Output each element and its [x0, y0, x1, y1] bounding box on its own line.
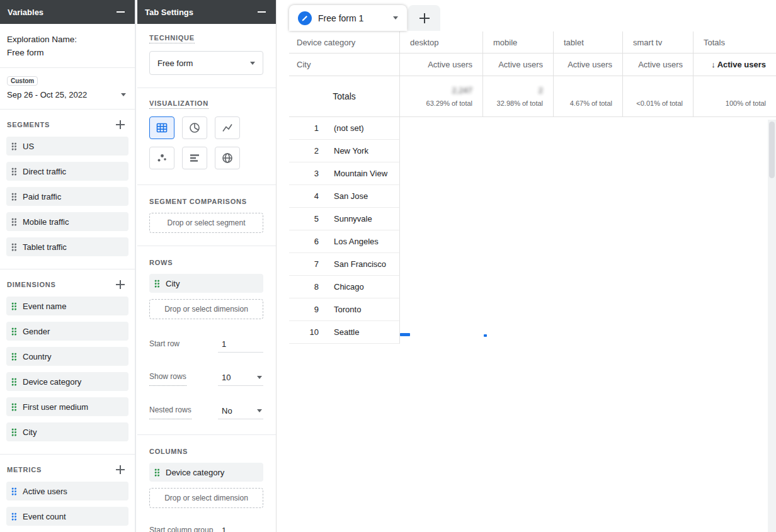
drag-handle-icon[interactable] [11, 243, 17, 251]
viz-option-donut[interactable] [182, 116, 207, 139]
row-label-cell[interactable]: 7 San Francisco [289, 253, 400, 276]
drag-handle-icon[interactable] [154, 468, 160, 477]
row-label-cell[interactable]: 10 Seattle [289, 321, 400, 344]
row-city: Toronto [334, 305, 361, 314]
segment-drop-zone[interactable]: Drop or select segment [149, 213, 263, 233]
viz-option-scatter[interactable] [149, 147, 174, 169]
metric-header[interactable]: Active users [554, 54, 623, 76]
visualization-section: VISUALIZATION [137, 88, 276, 185]
dimension-chip[interactable]: First user medium [6, 397, 128, 416]
drag-handle-icon[interactable] [11, 327, 17, 336]
metric-chip-label: Event count [23, 512, 66, 521]
row-label-cell[interactable]: 8 Chicago [289, 276, 400, 298]
viz-option-line[interactable] [215, 116, 240, 139]
add-segment-icon[interactable] [116, 120, 125, 129]
technique-select[interactable]: Free form [149, 51, 263, 75]
scrollbar-thumb[interactable] [769, 122, 775, 178]
add-metric-icon[interactable] [116, 465, 125, 474]
row-city: New York [334, 146, 368, 156]
row-label-cell[interactable]: 6 Los Angeles [289, 230, 400, 253]
row-label-cell[interactable]: 2 New York [289, 140, 400, 162]
variables-panel-title: Variables [8, 8, 43, 17]
row-label-cell[interactable]: 1 (not set) [289, 117, 400, 140]
exploration-name-block: Exploration Name: Free form [0, 24, 135, 68]
drag-handle-icon[interactable] [11, 142, 17, 150]
date-range-selector[interactable]: Sep 26 - Oct 25, 2022 [7, 90, 126, 99]
vertical-scrollbar[interactable] [768, 120, 776, 532]
sort-descending-icon: ↓ [711, 60, 716, 69]
bar-chart-icon [188, 152, 201, 164]
tab-free-form-1[interactable]: Free form 1 [289, 5, 407, 31]
segment-chip[interactable]: Mobile traffic [6, 212, 128, 231]
metric-header-sorted[interactable]: ↓ Active users [693, 54, 776, 76]
minimize-icon[interactable] [117, 11, 125, 13]
dimension-chip-label: First user medium [23, 402, 88, 412]
nested-rows-select[interactable]: No [218, 404, 263, 419]
drag-handle-icon[interactable] [11, 167, 17, 176]
segment-chip-label: Paid traffic [23, 192, 61, 201]
viz-option-bar[interactable] [182, 147, 207, 169]
dimension-chip[interactable]: Event name [6, 297, 128, 315]
row-label-cell[interactable]: 9 Toronto [289, 298, 400, 321]
columns-dimension-chip[interactable]: Device category [149, 463, 263, 482]
row-label-cell[interactable]: 4 San Jose [289, 185, 400, 208]
dimension-chip[interactable]: City [6, 422, 128, 441]
viz-option-table[interactable] [149, 116, 174, 139]
technique-section: TECHNIQUE Free form [137, 24, 276, 88]
show-rows-select[interactable]: 10 [218, 370, 263, 386]
segments-label: SEGMENTS [7, 121, 50, 128]
drag-handle-icon[interactable] [11, 302, 17, 310]
dimension-chip[interactable]: Gender [6, 322, 128, 341]
drag-handle-icon[interactable] [11, 403, 17, 411]
metric-chip[interactable]: Event count [6, 507, 128, 526]
segment-chip[interactable]: Tablet traffic [6, 237, 128, 256]
metric-header[interactable]: Active users [400, 54, 483, 76]
metric-header[interactable]: Active users [623, 54, 693, 76]
date-range-value: Sep 26 - Oct 25, 2022 [7, 90, 87, 99]
drag-handle-icon[interactable] [11, 378, 17, 386]
columns-drop-zone[interactable]: Drop or select dimension [149, 488, 263, 508]
date-range-block[interactable]: Custom Sep 26 - Oct 25, 2022 [0, 68, 135, 110]
segment-chip[interactable]: Paid traffic [6, 187, 128, 206]
line-chart-icon [221, 122, 234, 134]
drag-handle-icon[interactable] [11, 193, 17, 201]
row-label-cell[interactable]: 5 Sunnyvale [289, 208, 400, 230]
metrics-section: METRICS Active users Event count [0, 455, 135, 532]
add-dimension-icon[interactable] [116, 280, 125, 289]
rows-drop-zone[interactable]: Drop or select dimension [149, 299, 263, 319]
row-dimension-header: City [289, 54, 400, 76]
segment-comparisons-section: SEGMENT COMPARISONS Drop or select segme… [137, 185, 276, 246]
drag-handle-icon[interactable] [11, 353, 17, 361]
drag-handle-icon[interactable] [154, 280, 160, 288]
dimension-chip[interactable]: Country [6, 347, 128, 366]
metric-header[interactable]: Active users [483, 54, 554, 76]
minimize-icon[interactable] [258, 11, 266, 13]
dimension-chip-label: Event name [23, 302, 66, 311]
start-row-input[interactable]: 1 [218, 337, 263, 353]
drag-handle-icon[interactable] [11, 218, 17, 226]
segment-chip[interactable]: US [6, 137, 128, 156]
edit-tab-icon[interactable] [298, 11, 312, 25]
column-header-desktop: desktop [400, 31, 483, 54]
viz-option-geo[interactable] [215, 147, 240, 169]
start-column-group-input[interactable]: 1 [218, 523, 263, 532]
dimensions-section: DIMENSIONS Event name Gender Country Dev… [0, 269, 135, 455]
columns-label: COLUMNS [149, 448, 263, 455]
metric-chip[interactable]: Active users [6, 482, 128, 501]
drag-handle-icon[interactable] [11, 512, 17, 521]
new-tab-button[interactable] [408, 5, 440, 31]
drag-handle-icon[interactable] [11, 487, 17, 495]
show-rows-value: 10 [222, 373, 231, 382]
row-rank: 10 [302, 327, 319, 337]
row-label-cell[interactable]: 3 Mountain View [289, 162, 400, 185]
rows-dimension-chip[interactable]: City [149, 274, 263, 293]
tab-menu-chevron-icon[interactable] [393, 16, 398, 20]
tab-settings-panel-title: Tab Settings [145, 8, 193, 17]
tab-label: Free form 1 [318, 13, 363, 23]
nested-rows-label: Nested rows [149, 405, 191, 419]
exploration-name-value[interactable]: Free form [7, 46, 127, 59]
donut-chart-icon [188, 122, 201, 134]
drag-handle-icon[interactable] [11, 428, 17, 436]
dimension-chip[interactable]: Device category [6, 372, 128, 391]
segment-chip[interactable]: Direct traffic [6, 162, 128, 181]
